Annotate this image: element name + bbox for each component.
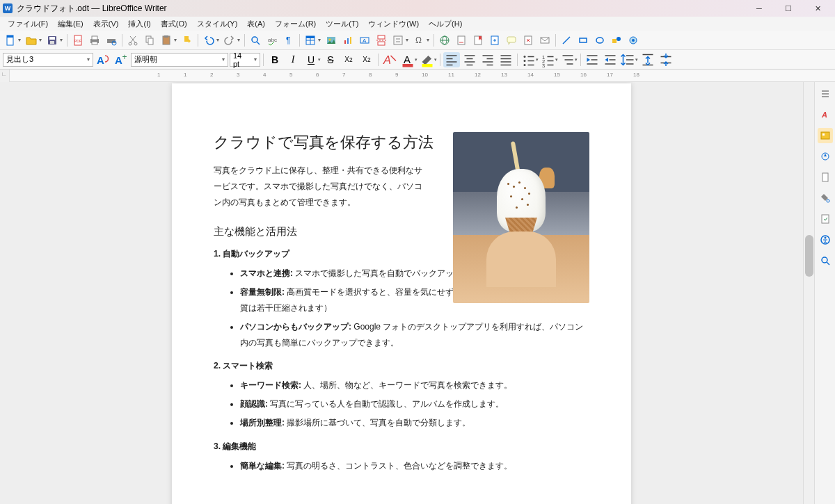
line-spacing-button[interactable] xyxy=(620,52,637,67)
vertical-scrollbar[interactable] xyxy=(803,82,814,504)
menu-item[interactable]: ヘルプ(H) xyxy=(424,17,467,31)
subscript-button[interactable]: X2 xyxy=(358,52,375,67)
cross-ref-button[interactable] xyxy=(487,33,502,48)
special-char-dropdown[interactable]: ▾ xyxy=(427,37,429,43)
new-style-button[interactable]: A+ xyxy=(113,52,129,67)
menu-item[interactable]: 表示(V) xyxy=(88,17,124,31)
undo-dropdown[interactable]: ▾ xyxy=(216,37,219,43)
font-color-dropdown[interactable]: ▾ xyxy=(415,57,418,63)
number-dropdown[interactable]: ▾ xyxy=(555,57,558,63)
paragraph-style-combo[interactable]: 見出し3 xyxy=(3,53,93,67)
manage-changes-button[interactable] xyxy=(818,211,833,227)
spellcheck-button[interactable]: abc xyxy=(264,33,280,48)
highlight-dropdown[interactable]: ▾ xyxy=(434,57,437,63)
save-dropdown[interactable]: ▾ xyxy=(60,37,63,43)
menu-item[interactable]: ウィンドウ(W) xyxy=(363,17,424,31)
bullet-dropdown[interactable]: ▾ xyxy=(536,57,539,63)
strike-button[interactable]: S xyxy=(322,52,339,67)
new-dropdown[interactable]: ▾ xyxy=(18,37,21,43)
gallery-panel-button[interactable] xyxy=(818,128,833,143)
image-button[interactable] xyxy=(324,33,339,48)
highlight-button[interactable] xyxy=(419,52,436,67)
line-button[interactable] xyxy=(559,33,574,48)
field-button[interactable] xyxy=(390,33,406,48)
ellipse-button[interactable] xyxy=(592,33,607,48)
font-color-button[interactable]: A xyxy=(399,52,416,67)
bookmark-button[interactable] xyxy=(470,33,486,48)
draw-functions-button[interactable] xyxy=(626,33,641,48)
export-pdf-button[interactable]: PDF xyxy=(70,33,86,48)
special-char-button[interactable]: Ω xyxy=(411,33,427,48)
italic-button[interactable]: I xyxy=(285,52,301,67)
field-dropdown[interactable]: ▾ xyxy=(406,37,408,43)
menu-item[interactable]: 編集(E) xyxy=(53,17,88,31)
menu-item[interactable]: フォーム(R) xyxy=(270,17,321,31)
paste-button[interactable] xyxy=(159,33,174,48)
align-left-button[interactable] xyxy=(443,52,460,67)
menu-item[interactable]: 書式(O) xyxy=(156,17,192,31)
paste-dropdown[interactable]: ▾ xyxy=(174,37,177,43)
formatting-marks-button[interactable]: ¶ xyxy=(281,33,296,48)
track-changes-button[interactable] xyxy=(520,33,536,48)
page-break-button[interactable] xyxy=(374,33,389,48)
indent-decrease-button[interactable] xyxy=(602,52,619,67)
minimize-button[interactable]: ─ xyxy=(745,1,774,16)
envelope-button[interactable] xyxy=(537,33,552,48)
table-dropdown[interactable]: ▾ xyxy=(318,37,321,43)
underline-dropdown[interactable]: ▾ xyxy=(318,57,321,63)
superscript-button[interactable]: X2 xyxy=(340,52,357,67)
para-spacing-dec-button[interactable] xyxy=(658,52,674,67)
find-panel-button[interactable] xyxy=(818,253,833,268)
copy-button[interactable] xyxy=(142,33,157,48)
menu-item[interactable]: スタイル(Y) xyxy=(192,17,243,31)
table-button[interactable] xyxy=(303,33,318,48)
close-button[interactable]: ✕ xyxy=(803,1,832,16)
horizontal-ruler[interactable]: 1123456789101112131415161718 xyxy=(10,70,835,82)
font-name-combo[interactable]: 源明朝 xyxy=(131,53,228,67)
style-inspector-button[interactable] xyxy=(818,190,833,206)
find-button[interactable] xyxy=(248,33,263,48)
document-page[interactable]: クラウドで写真を保存する方法 写真をクラウド上に保存し、整理・共有できる便利なサ… xyxy=(172,83,631,504)
indent-increase-button[interactable] xyxy=(584,52,601,67)
outline-button[interactable] xyxy=(559,52,576,67)
menu-item[interactable]: 表(A) xyxy=(242,17,270,31)
hyperlink-button[interactable] xyxy=(437,33,452,48)
update-style-button[interactable]: A xyxy=(95,52,111,67)
outline-dropdown[interactable]: ▾ xyxy=(575,57,578,63)
shapes-button[interactable] xyxy=(609,33,624,48)
bold-button[interactable]: B xyxy=(267,52,283,67)
rect-button[interactable] xyxy=(575,33,591,48)
document-scroll[interactable]: クラウドで写真を保存する方法 写真をクラウド上に保存し、整理・共有できる便利なサ… xyxy=(0,82,803,504)
chart-button[interactable] xyxy=(340,33,356,48)
new-button[interactable] xyxy=(3,33,18,48)
textbox-button[interactable]: A xyxy=(357,33,372,48)
print-preview-button[interactable] xyxy=(104,33,119,48)
font-size-combo[interactable]: 14 pt xyxy=(230,53,260,67)
navigator-panel-button[interactable] xyxy=(818,149,833,164)
maximize-button[interactable]: ☐ xyxy=(774,1,803,16)
embedded-image[interactable] xyxy=(453,132,589,303)
undo-button[interactable] xyxy=(201,33,216,48)
accessibility-button[interactable] xyxy=(818,232,833,247)
menu-item[interactable]: ファイル(F) xyxy=(3,17,53,31)
line-spacing-dropdown[interactable]: ▾ xyxy=(635,57,638,63)
clone-format-button[interactable] xyxy=(180,33,195,48)
open-button[interactable] xyxy=(24,33,39,48)
comment-button[interactable] xyxy=(504,33,519,48)
align-justify-button[interactable] xyxy=(498,52,514,67)
cut-button[interactable] xyxy=(125,33,141,48)
page-panel-button[interactable] xyxy=(818,170,833,185)
number-list-button[interactable]: 123 xyxy=(540,52,557,67)
save-button[interactable] xyxy=(45,33,60,48)
clear-format-button[interactable]: A xyxy=(381,52,398,67)
redo-button[interactable] xyxy=(222,33,237,48)
scrollbar-thumb[interactable] xyxy=(805,235,813,277)
properties-panel-button[interactable] xyxy=(818,86,833,101)
para-spacing-inc-button[interactable] xyxy=(639,52,656,67)
menu-item[interactable]: 挿入(I) xyxy=(123,17,155,31)
open-dropdown[interactable]: ▾ xyxy=(39,37,42,43)
align-center-button[interactable] xyxy=(461,52,478,67)
menu-item[interactable]: ツール(T) xyxy=(321,17,363,31)
redo-dropdown[interactable]: ▾ xyxy=(237,37,240,43)
styles-panel-button[interactable]: A xyxy=(818,107,833,122)
